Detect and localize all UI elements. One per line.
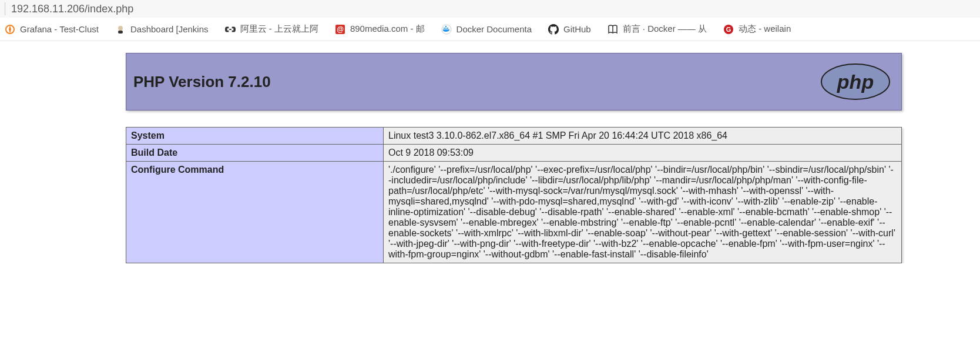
bookmark-label: Docker Documenta [457, 24, 532, 34]
gitee-icon: G [723, 24, 734, 35]
bookmark-aliyun[interactable]: 阿里云 - 上云就上阿 [225, 24, 318, 35]
table-row: Configure Command './configure' '--prefi… [126, 162, 902, 263]
phpinfo-table: System Linux test3 3.10.0-862.el7.x86_64… [126, 127, 902, 263]
jenkins-icon [115, 24, 126, 35]
address-url: 192.168.11.206/index.php [11, 3, 133, 15]
bookmarks-bar: Grafana - Test-Clust Dashboard [Jenkins … [0, 18, 980, 41]
github-icon [548, 24, 559, 35]
info-key-system: System [126, 128, 384, 145]
bookmark-label: 前言 · Docker —— 从 [623, 24, 707, 35]
docker-icon [441, 24, 452, 35]
book-icon [608, 24, 618, 35]
php-logo-icon: php [820, 63, 891, 101]
bookmark-label: 890media.com - 邮 [350, 24, 425, 35]
info-key-configure: Configure Command [126, 162, 384, 263]
svg-point-1 [118, 26, 123, 31]
bookmark-docker-docs[interactable]: Docker Documenta [441, 24, 532, 35]
info-val-builddate: Oct 9 2018 09:53:09 [384, 145, 902, 162]
svg-text:php: php [837, 71, 874, 93]
bookmark-jenkins[interactable]: Dashboard [Jenkins [115, 24, 209, 35]
bookmark-label: 阿里云 - 上云就上阿 [240, 24, 318, 35]
table-row: Build Date Oct 9 2018 09:53:09 [126, 145, 902, 162]
svg-rect-2 [118, 31, 123, 34]
svg-rect-8 [445, 28, 447, 29]
svg-rect-9 [447, 28, 448, 29]
aliyun-icon [225, 24, 236, 35]
php-version-title: PHP Version 7.2.10 [133, 73, 271, 91]
address-bar[interactable]: 192.168.11.206/index.php [0, 0, 980, 18]
bookmark-label: Grafana - Test-Clust [20, 24, 99, 34]
table-row: System Linux test3 3.10.0-862.el7.x86_64… [126, 128, 902, 145]
mail-icon: @ [335, 24, 345, 35]
bookmark-label: GitHub [563, 24, 591, 34]
bookmark-890media[interactable]: @ 890media.com - 邮 [335, 24, 425, 35]
info-key-builddate: Build Date [126, 145, 384, 162]
svg-rect-10 [445, 26, 447, 27]
bookmark-grafana[interactable]: Grafana - Test-Clust [5, 24, 99, 35]
bookmark-label: Dashboard [Jenkins [130, 24, 209, 34]
info-val-configure: './configure' '--prefix=/usr/local/php' … [384, 162, 902, 263]
svg-rect-3 [229, 29, 231, 30]
svg-text:@: @ [337, 25, 344, 34]
grafana-icon [5, 24, 15, 35]
svg-rect-7 [444, 28, 445, 29]
info-val-system: Linux test3 3.10.0-862.el7.x86_64 #1 SMP… [384, 128, 902, 145]
bookmark-label: 动态 - weilain [739, 24, 791, 35]
svg-text:G: G [726, 26, 731, 33]
address-bar-divider [5, 2, 5, 15]
phpinfo-header: PHP Version 7.2.10 php [126, 53, 902, 110]
bookmark-docker-book[interactable]: 前言 · Docker —— 从 [608, 24, 707, 35]
page-content: PHP Version 7.2.10 php System Linux test… [0, 41, 980, 263]
bookmark-github[interactable]: GitHub [548, 24, 591, 35]
bookmark-gitee[interactable]: G 动态 - weilain [723, 24, 791, 35]
